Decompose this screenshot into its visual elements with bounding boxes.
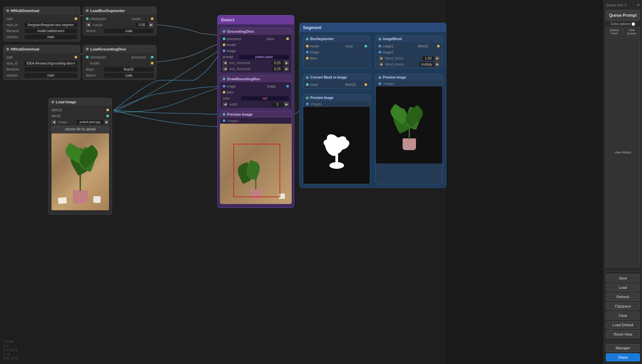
- close-button[interactable]: ✕: [637, 3, 640, 7]
- load-image-ports: IMAGE: [49, 107, 112, 113]
- margin-row: ◀ margin 0.05 ▶: [83, 22, 156, 28]
- box-segmenter-title: BoxSegmenter: [310, 37, 334, 41]
- queue-front-button[interactable]: Queue Front: [606, 27, 623, 36]
- sub-buttons-row: Queue Front View Queue: [606, 27, 640, 36]
- ib-blend-mode-inc[interactable]: ▶: [435, 62, 440, 67]
- bs-model-port: [306, 45, 309, 47]
- clipspace-button[interactable]: Clipspace: [606, 302, 640, 310]
- load-box-segmenter-dot: [86, 9, 89, 12]
- load-default-button[interactable]: Load Default: [606, 321, 640, 329]
- lgd-device-value[interactable]: cuda: [104, 73, 153, 78]
- gd-prompt-label: prompt: [223, 55, 238, 59]
- manager-button[interactable]: Manager: [606, 344, 640, 352]
- gd-prompt-value[interactable]: potted plant: [239, 55, 289, 59]
- MASK-label: MASK: [51, 114, 68, 118]
- seg-preview2-images-row: images: [376, 81, 442, 87]
- load-grounding-dino-title: LoadGroundingDino: [90, 47, 126, 51]
- path-port-1: [75, 17, 77, 20]
- clear-button[interactable]: Clear: [606, 312, 640, 320]
- view-queue-button[interactable]: View Queue: [623, 27, 640, 36]
- lgd-checkpoint-port: [86, 56, 89, 58]
- margin-dec-btn[interactable]: ◀: [86, 22, 91, 27]
- seg-images2-text: images: [384, 82, 394, 86]
- ib-blend-factor-inc[interactable]: ▶: [435, 56, 440, 60]
- gd-text-threshold-inc[interactable]: ▶: [284, 67, 289, 71]
- blended-plant: [388, 98, 431, 152]
- canvas: HfHubDownload path repo_id finegrain/fin…: [0, 0, 446, 364]
- detect-title: Detect: [221, 17, 234, 22]
- margin-inc-btn[interactable]: ▶: [149, 22, 153, 27]
- dbb-width-inc[interactable]: ▶: [284, 102, 289, 107]
- convert-mask-body: mask IMAGE: [303, 81, 370, 89]
- upload-button[interactable]: choose file to upload: [51, 126, 109, 132]
- revision-value-1[interactable]: main: [24, 35, 77, 39]
- box-segmenter-body: model mask image bbox: [303, 42, 370, 62]
- device-value[interactable]: cuda: [104, 29, 153, 33]
- repo-id-row-2: repo_id IDEA-Research/grounding-dino-t: [4, 60, 80, 66]
- gd-box-threshold-dec[interactable]: ◀: [223, 60, 227, 65]
- segment-preview2-node: Preview Image images: [376, 74, 443, 184]
- image-filename: potted-plant.jpg: [77, 120, 103, 124]
- divider-2: [606, 341, 640, 341]
- revision-value-2[interactable]: main: [24, 73, 77, 78]
- filename-value-1[interactable]: model.safetensors: [24, 29, 77, 33]
- cm-IMAGE-port: [364, 83, 367, 86]
- ib-blend-mode-dec[interactable]: ◀: [379, 62, 383, 67]
- image-blend-header: ImageBlend: [376, 36, 442, 42]
- ib-image2-port: [379, 51, 381, 53]
- convert-mask-node: Convert Mask to Image mask IMAGE: [303, 74, 370, 89]
- plant-pot: [73, 190, 88, 204]
- ib-image1-port: [379, 45, 381, 47]
- convert-mask-dot: [306, 76, 309, 79]
- hfhub-download-1-dot: [6, 9, 9, 12]
- lgd-checkpoint-label: checkpoint: [90, 55, 107, 59]
- gd-image-port: [223, 49, 225, 52]
- gd-processor-port: [223, 37, 225, 40]
- extra-options-checkbox[interactable]: [632, 22, 635, 26]
- grounding-dino-body: processor bbox model image prompt p: [220, 35, 292, 73]
- segment-body: BoxSegmenter model mask image: [300, 32, 446, 188]
- stat-N: N: L9 [1.0]: [3, 348, 18, 352]
- ib-blend-factor-dec[interactable]: ◀: [379, 56, 383, 60]
- lgd-dtype-value[interactable]: float32: [104, 67, 153, 72]
- view-history-button[interactable]: View History: [606, 38, 640, 267]
- gd-processor-row: processor bbox: [220, 36, 292, 42]
- gd-box-threshold-inc[interactable]: ▶: [284, 60, 289, 65]
- dbb-width-row: ◀ width 3 ▶: [220, 101, 292, 107]
- dbb-image-label: image: [227, 85, 243, 88]
- share-button[interactable]: Share: [606, 353, 640, 361]
- plant-image-preview: [51, 133, 109, 210]
- mug-prop: [93, 196, 101, 203]
- image-next-btn[interactable]: ▶: [104, 120, 109, 124]
- checkpoint-label: checkpoint: [90, 17, 107, 21]
- image-field-label: image: [57, 120, 76, 124]
- lgd-model-row: model: [83, 60, 156, 66]
- dbb-color-value[interactable]: red: [241, 96, 289, 101]
- revision-label-2: revision: [6, 74, 23, 77]
- detect-preview-images-port: [223, 119, 225, 122]
- gd-text-threshold-dec[interactable]: ◀: [223, 67, 227, 71]
- draw-bbox-title: DrawBoundingBox: [227, 77, 260, 81]
- save-button[interactable]: Save: [606, 274, 640, 282]
- load-button[interactable]: Load: [606, 283, 640, 291]
- ib-IMAGE-label: IMAGE: [418, 44, 434, 48]
- dbb-image-port-in: [223, 85, 225, 88]
- margin-label: margin: [92, 23, 135, 27]
- image-prev-btn[interactable]: ◀: [51, 120, 56, 124]
- segment-header: Segment: [300, 23, 446, 32]
- reset-view-button[interactable]: Reset View: [606, 330, 640, 338]
- hfhub-download-2-dot: [6, 48, 9, 50]
- hfhub-download-2-node: HfHubDownload path repo_id IDEA-Research…: [3, 45, 80, 80]
- dbb-color-row: color red: [220, 95, 292, 101]
- repo-id-value-1[interactable]: finegrain/finegrain-box-segmen: [24, 23, 77, 27]
- refresh-button[interactable]: Refresh: [606, 293, 640, 301]
- segment-preview2-header: Preview Image: [376, 74, 442, 81]
- lgd-processor-label: processor: [131, 55, 148, 59]
- repo-id-value-2[interactable]: IDEA-Research/grounding-dino-t: [24, 61, 77, 66]
- image-blend-body: image1 IMAGE image2 ◀ blend_factor 1.00 …: [376, 42, 442, 68]
- queue-prompt-button[interactable]: Queue Prompt: [606, 10, 640, 21]
- lgd-dtype-row: dtype float32: [83, 66, 156, 72]
- filename-value-2[interactable]: [24, 67, 77, 72]
- hfhub-download-1-node: HfHubDownload path repo_id finegrain/fin…: [3, 7, 80, 41]
- dbb-width-dec[interactable]: ◀: [223, 102, 227, 107]
